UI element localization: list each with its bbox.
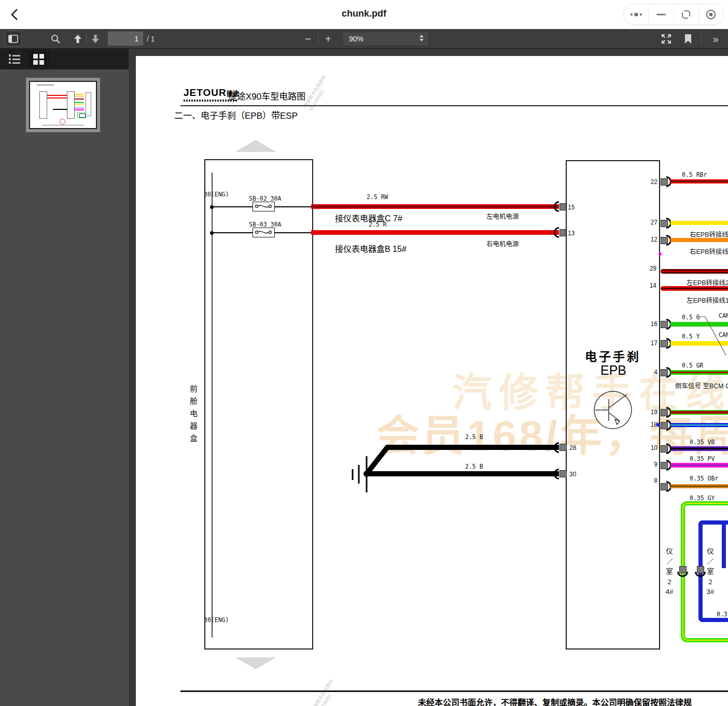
motor-symbol xyxy=(593,390,633,430)
arrow-down-icon xyxy=(91,34,100,44)
previous-page-button[interactable] xyxy=(71,31,85,47)
continuation-arrow-down xyxy=(235,657,276,669)
pin-number-28: 28 xyxy=(569,444,583,451)
sidebar-view-switcher xyxy=(0,49,129,69)
record-button[interactable] xyxy=(698,4,723,24)
wire-segment xyxy=(275,232,312,233)
zoom-in-button[interactable]: + xyxy=(320,31,337,47)
fuse-sb03-label: SB-03 30A xyxy=(249,221,281,228)
terminal-30-eng-bottom: 30(ENG) xyxy=(204,616,229,624)
zoom-out-button[interactable]: − xyxy=(300,31,316,47)
ground-wire2-spec: 2.5 B xyxy=(465,463,483,470)
record-icon xyxy=(705,9,717,20)
wire-red-black xyxy=(661,269,728,274)
float-window-button[interactable] xyxy=(674,4,698,24)
blue-junction-dot xyxy=(656,423,660,427)
wire-spec: 0.35 VB xyxy=(690,439,715,446)
connector-arc xyxy=(554,201,559,212)
thumbnails-grid-icon xyxy=(33,54,44,65)
sidebar xyxy=(0,49,129,706)
copyright-notice: 未经本公司书面允许，不得翻译、复制或摘录。本公司明确保留按照法律规 xyxy=(418,696,692,706)
bookmark-button[interactable] xyxy=(680,31,696,47)
find-button[interactable] xyxy=(48,31,63,47)
toolbar-divider xyxy=(701,34,702,44)
float-window-icon xyxy=(680,9,692,20)
front-cabin-box-label: 前舱电器盒 xyxy=(188,385,199,447)
diagram-title: 捷途X90车型电路图 xyxy=(228,89,305,102)
sidebar-toggle-button[interactable] xyxy=(5,31,22,47)
minimize-icon xyxy=(656,13,666,16)
page-thumbnail[interactable] xyxy=(26,78,100,132)
pin-number-4: 4 xyxy=(644,369,657,376)
wire-blue-cyan xyxy=(670,423,728,427)
connector-label-blue: 仪 ／ 室 2 3# xyxy=(705,546,716,597)
epb-label-en: EPB xyxy=(600,363,626,378)
wire-spec: 0.35 PV xyxy=(690,455,715,462)
wire-2.5-rw xyxy=(311,204,559,209)
pin-number-12: 12 xyxy=(644,236,657,243)
continuation-arrow-up xyxy=(235,140,276,152)
wire-label: 右EPB转接线1 xyxy=(690,246,728,256)
footer-rule xyxy=(180,690,728,692)
fuse-sb03 xyxy=(253,228,275,237)
thumbnails-view-button[interactable] xyxy=(28,50,49,68)
document-title: chunk.pdf xyxy=(0,8,728,19)
sidebar-toggle-icon xyxy=(8,35,18,43)
outline-view-button[interactable] xyxy=(4,50,25,68)
fullscreen-button[interactable] xyxy=(657,31,675,47)
wire1-spec: 2.5 RW xyxy=(367,193,388,201)
page-number-input[interactable] xyxy=(108,32,143,46)
more-options-button[interactable] xyxy=(624,4,648,24)
next-page-button[interactable] xyxy=(88,31,103,47)
pdf-page: 汽修帮手在线资 会员168/年，每周更 汽修帮手在线资料 ID:1496002 … xyxy=(136,56,728,706)
wire-spec: 0.5 GR xyxy=(682,362,704,369)
pin-number-10: 10 xyxy=(644,444,657,451)
wire-label: 左EPB转接线1# xyxy=(687,295,728,305)
wire-2.5-r xyxy=(311,230,559,235)
wire-orange xyxy=(670,238,728,242)
wire-green-red xyxy=(670,410,728,415)
pin-number-19: 19 xyxy=(644,408,657,416)
wire-pink-violet xyxy=(670,463,728,468)
wire-violet-black xyxy=(670,446,728,451)
wire-spec-partial: 0.3 xyxy=(717,611,727,618)
arrow-up-icon xyxy=(73,34,82,44)
wire2-destination: 接仪表电器盒B 15# xyxy=(335,242,407,255)
toolbar-divider xyxy=(318,34,318,44)
app-top-bar: chunk.pdf xyxy=(0,0,728,29)
wire-spec: 0.35 OBr xyxy=(690,475,718,482)
wire-green-red xyxy=(670,370,728,375)
pin-number-8: 8 xyxy=(644,477,657,484)
pdf-viewer-area: 汽修帮手在线资 会员168/年，每周更 汽修帮手在线资料 ID:1496002 … xyxy=(129,49,728,706)
connector-label-green: 仪 ／ 室 2 4# xyxy=(664,546,675,597)
pin-number-30: 30 xyxy=(569,471,583,478)
fuse-sb02 xyxy=(253,202,275,211)
pin-number-9: 9 xyxy=(644,461,657,468)
twisted-pair-line xyxy=(694,313,728,357)
pin-number-16: 16 xyxy=(644,320,657,328)
fuse-sb02-label: SB-02 30A xyxy=(249,195,281,202)
wire-yellow xyxy=(670,221,728,225)
wire-orange-brown xyxy=(670,484,728,488)
zoom-level-select[interactable]: 90% xyxy=(342,32,429,46)
pdf-toolbar: / 1 − + 90% » xyxy=(0,29,728,49)
connector-arc xyxy=(554,227,559,238)
pin-number-14: 14 xyxy=(643,282,656,289)
bookmark-icon xyxy=(684,34,692,44)
zoom-level-value: 90% xyxy=(349,35,363,43)
header-rule xyxy=(180,105,728,106)
dots-icon xyxy=(627,11,645,18)
wire-label: 倒车信号 至BCM C2 xyxy=(675,380,728,390)
pin-number-17: 17 xyxy=(644,340,657,347)
select-spinner-icon xyxy=(419,35,424,41)
terminal-30-eng-top: 30(ENG) xyxy=(204,191,229,198)
magenta-junction-dot xyxy=(659,252,662,256)
minimize-button[interactable] xyxy=(648,4,673,24)
power-bus-line xyxy=(212,173,213,638)
wire-spec-gy: 0.35 GY xyxy=(690,495,715,502)
wire-segment xyxy=(212,232,253,233)
wire-spec: 0.5 RBr xyxy=(682,171,707,178)
brand-logo-text: JETOUR xyxy=(184,87,227,98)
more-tools-button[interactable]: » xyxy=(706,31,724,47)
pin-square xyxy=(559,470,567,477)
